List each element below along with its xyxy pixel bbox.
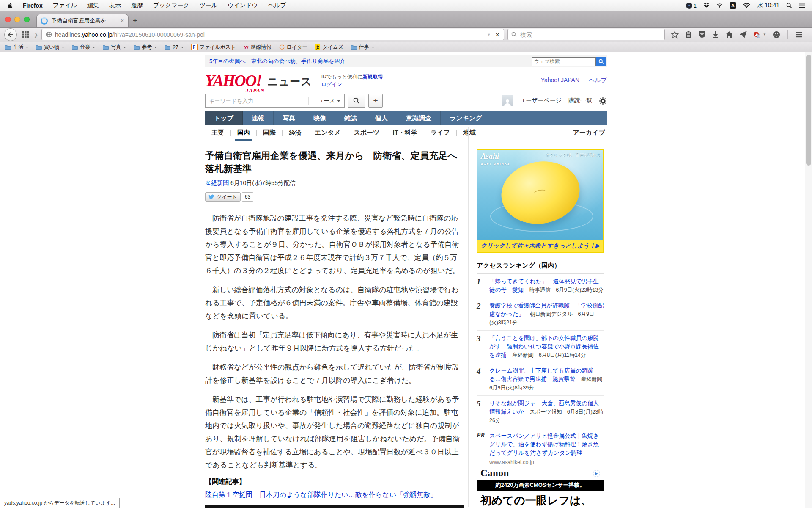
reading-list-icon[interactable] [685, 31, 692, 39]
bookmark-times[interactable]: タタイムズ [315, 44, 343, 51]
subnav-economy[interactable]: 経済 [283, 125, 308, 141]
bookmark-folder-27[interactable]: 27 [165, 44, 183, 50]
yahoo-japan-link[interactable]: Yahoo! JAPAN [541, 77, 579, 84]
add-search-button[interactable]: + [368, 94, 383, 108]
pocket-icon[interactable] [698, 31, 706, 38]
search-scope-select[interactable]: ニュース [308, 97, 344, 105]
subnav-it-science[interactable]: IT・科学 [386, 125, 423, 141]
subnav-life[interactable]: ライフ [424, 125, 456, 141]
subnav-entertainment[interactable]: エンタメ [308, 125, 347, 141]
downloads-icon[interactable] [712, 31, 719, 38]
subnav-domestic[interactable]: 国内 [231, 125, 256, 141]
promo-link[interactable]: 5年目の復興へ 東北の旬の食べ物、手作り商品を紹介 [209, 58, 345, 65]
login-link[interactable]: ログイン [321, 81, 342, 87]
yahoo-news-logo[interactable]: YAHOO! JAPAN ニュース [205, 72, 312, 89]
bookmark-folder-life[interactable]: 生活 [5, 44, 28, 51]
back-button[interactable] [4, 28, 17, 41]
close-window-button[interactable] [5, 17, 11, 22]
menubar-item-help[interactable]: ヘルプ [268, 2, 286, 9]
keyword-search-box[interactable]: ニュース [205, 94, 345, 108]
menubar-item-edit[interactable]: 編集 [87, 2, 99, 9]
bookmark-folder-music[interactable]: 音楽 [72, 44, 95, 51]
browser-search-input[interactable] [519, 31, 661, 39]
new-tab-button[interactable]: + [133, 16, 137, 25]
minimize-window-button[interactable] [14, 17, 20, 22]
nav-tab-photo[interactable]: 写真 [274, 111, 304, 125]
apple-icon[interactable] [7, 2, 13, 9]
wifi-icon[interactable] [743, 3, 750, 8]
bookmark-transit[interactable]: Y!路線情報 [244, 44, 272, 51]
nav-tab-magazine[interactable]: 雑誌 [335, 111, 366, 125]
subnav-local[interactable]: 地域 [457, 125, 482, 141]
web-search-button[interactable] [596, 57, 606, 66]
ranking-link[interactable]: クレーム謝罪、土下座しても店員の頭蹴る…傷害容疑で男逮捕 滋賀県警 [489, 367, 593, 382]
spotlight-icon[interactable] [786, 3, 792, 8]
subnav-sports[interactable]: スポーツ [347, 125, 386, 141]
nav-tab-personal[interactable]: 個人 [366, 111, 397, 125]
ad-cta-band[interactable]: クリックして佐々木希とすきっとしよう！▶ [477, 240, 603, 252]
adobe-pdf-icon[interactable] [753, 31, 760, 38]
bookmark-folder-photo[interactable]: 写真 [103, 44, 126, 51]
tweet-button[interactable]: ツイート [205, 192, 241, 202]
menu-hamburger-icon[interactable] [795, 32, 803, 38]
asahi-ad-banner[interactable]: Asahi SOFT DRINKS ※クリック後、音声が流れま クリックして佐々… [477, 149, 604, 253]
nav-tab-ranking[interactable]: ランキング [441, 111, 491, 125]
menubar-clock[interactable]: 水 10:41 [757, 2, 779, 9]
feedback-smiley-icon[interactable] [773, 31, 780, 39]
user-page-link[interactable]: ユーザーページ [520, 97, 562, 105]
nav-tab-sokuhou[interactable]: 速報 [243, 111, 274, 125]
zoom-window-button[interactable] [24, 17, 30, 22]
help-link[interactable]: ヘルプ [589, 77, 607, 84]
pr-link[interactable]: スペースパン／アサヒ軽金属公式｜魚焼きグリルで、油を使わず揚げ物料理！焼き魚だっ… [489, 433, 599, 456]
menubar-item-firefox[interactable]: Firefox [23, 2, 43, 9]
tab-close-icon[interactable]: ✕ [120, 18, 124, 24]
pdf-dropdown-caret-icon[interactable]: ▼ [763, 33, 766, 36]
news-search-button[interactable] [348, 94, 365, 108]
menubar-item-history[interactable]: 履歴 [131, 2, 143, 9]
signup-link[interactable]: 新規取得 [362, 74, 383, 80]
url-dropdown-icon[interactable]: ▼ [487, 33, 491, 37]
gear-icon[interactable] [599, 97, 607, 105]
browser-status-tooltip: yads.yahoo.co.jp からデータを転送しています... [0, 498, 120, 508]
share-plane-icon[interactable] [739, 31, 747, 38]
nav-tab-video[interactable]: 映像 [304, 111, 335, 125]
nav-tab-survey[interactable]: 意識調査 [397, 111, 441, 125]
globe-icon [46, 31, 52, 38]
input-source-icon[interactable]: A [730, 2, 736, 9]
subnav-major[interactable]: 主要 [205, 125, 230, 141]
menubar-item-bookmarks[interactable]: ブックマーク [153, 2, 189, 9]
related-article-link[interactable]: 陸自第１空挺団 日本刀のような部隊作りたい…敵を作らない「強靱無敵」 [205, 491, 464, 500]
menubar-item-window[interactable]: ウインドウ [228, 2, 258, 9]
home-icon[interactable] [725, 31, 733, 38]
bookmark-filepost[interactable]: Fファイルポスト [191, 44, 236, 51]
menubar-item-tools[interactable]: ツール [200, 2, 218, 9]
bookmark-folder-work[interactable]: 仕事 [351, 44, 374, 51]
stop-loading-icon[interactable]: ✕ [495, 31, 500, 38]
hotspot-icon[interactable] [716, 3, 723, 8]
canon-ad-banner[interactable]: Canon ▶ 約2420万画素CMOSセンサー搭載。 初めての一眼レフは、 ひ… [477, 466, 604, 508]
menubar-item-view[interactable]: 表示 [109, 2, 121, 9]
creative-cloud-icon[interactable]: ∞ 1 [686, 3, 697, 9]
url-bar[interactable]: headlines.yahoo.co.jp/hl?a=20150610-0000… [41, 29, 504, 40]
subscriptions-link[interactable]: 購読一覧 [568, 97, 592, 105]
article-source-link[interactable]: 産経新聞 [205, 179, 229, 186]
scrollbar-thumb[interactable] [806, 55, 811, 166]
bookmark-folder-shopping[interactable]: 買い物 [36, 44, 64, 51]
page-scrollbar[interactable] [805, 52, 812, 508]
notification-center-icon[interactable] [799, 3, 805, 8]
browser-tab[interactable]: 予備自衛官雇用企業を優遇... ✕ [36, 14, 129, 27]
web-search-input[interactable] [532, 57, 596, 66]
bookmark-star-icon[interactable] [671, 31, 679, 39]
keyword-input[interactable] [206, 98, 308, 104]
tab-groups-icon[interactable] [20, 30, 30, 40]
adchoices-icon[interactable]: ▶ [593, 470, 600, 477]
subnav-archive[interactable]: アーカイブ [573, 129, 607, 137]
browser-search-field[interactable] [508, 29, 665, 40]
bookmark-reuters[interactable]: ロイター [279, 44, 307, 51]
bookmark-folder-reference[interactable]: 参考 [134, 44, 157, 51]
nav-tab-top[interactable]: トップ [205, 111, 243, 125]
browser-toolbar: ❯ headlines.yahoo.co.jp/hl?a=20150610-00… [0, 27, 812, 42]
menubar-item-file[interactable]: ファイル [53, 2, 77, 9]
subnav-world[interactable]: 国際 [257, 125, 282, 141]
dropbox-icon[interactable] [703, 3, 710, 8]
